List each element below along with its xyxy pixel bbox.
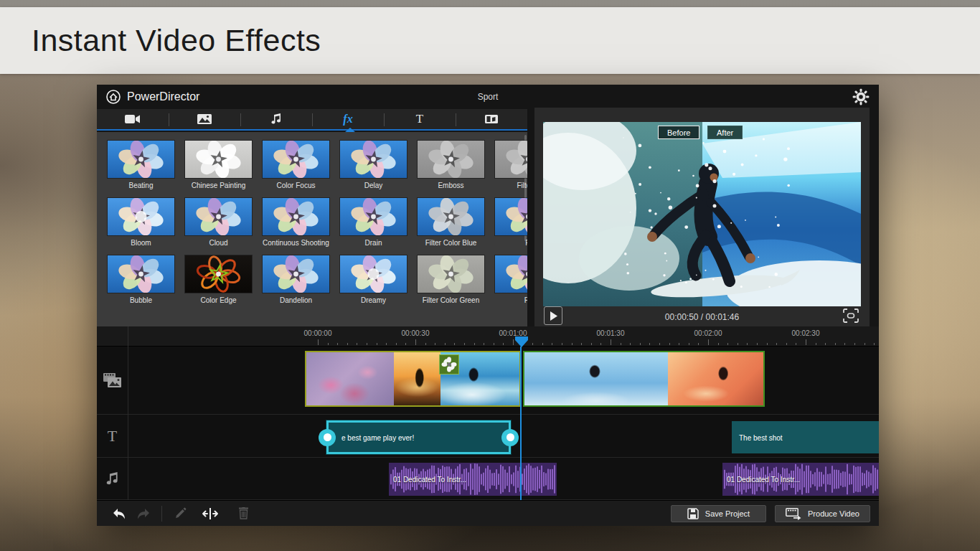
page-title: Instant Video Effects	[32, 23, 321, 58]
ruler-tick	[738, 343, 738, 345]
music-clip[interactable]: 01 Dedicated To Instr...	[389, 463, 557, 496]
effect-name: Dreamy	[340, 296, 407, 304]
playhead-line[interactable]	[520, 347, 522, 500]
effect-item[interactable]: Filter C	[495, 141, 527, 189]
music-clip[interactable]: 01 Dedicated To Instr...	[722, 463, 879, 496]
produce-video-button[interactable]: Produce Video	[775, 505, 870, 522]
effect-thumbnail	[185, 198, 252, 235]
effect-item[interactable]: Drain	[340, 198, 407, 247]
play-icon	[550, 311, 557, 321]
effect-name: Color Focus	[263, 182, 329, 189]
text-track-header[interactable]: T	[97, 415, 128, 457]
split-button[interactable]	[198, 504, 222, 523]
ruler-tick	[786, 343, 787, 345]
timeline-ruler[interactable]: 00:00:0000:00:3000:01:0000:01:3000:02:00…	[97, 326, 879, 347]
edit-button[interactable]	[168, 504, 192, 523]
effect-thumbnail	[495, 255, 527, 293]
tab-photos[interactable]	[169, 109, 240, 129]
effect-item[interactable]: Bubble	[108, 255, 174, 304]
effect-name: Bubble	[108, 296, 174, 304]
photo-icon	[197, 114, 212, 124]
effect-thumbnail	[418, 255, 484, 293]
effect-name: Filter Color Green	[418, 296, 484, 304]
tab-video[interactable]	[97, 109, 169, 129]
effect-item[interactable]: Delay	[340, 141, 407, 189]
applied-effect-badge[interactable]	[439, 354, 459, 375]
titlebar: PowerDirector Sport	[97, 85, 879, 109]
effect-item[interactable]: Chinese Painting	[185, 141, 252, 189]
music-track-header[interactable]	[97, 458, 128, 499]
effect-item[interactable]: Filter Color Green	[418, 255, 484, 304]
effect-item[interactable]: Bloom	[108, 198, 174, 247]
tab-titles[interactable]: T	[384, 109, 456, 129]
bottom-toolbar: Save Project Produce Video	[97, 500, 879, 526]
ruler-time-label: 00:02:30	[792, 329, 820, 337]
undo-icon	[112, 508, 126, 519]
produce-icon	[786, 508, 801, 520]
text-track: T e best game play ever! The best shot	[97, 415, 879, 458]
before-label: Before	[667, 128, 690, 137]
effect-item[interactable]: Dreamy	[340, 255, 407, 304]
ruler-tick	[640, 343, 641, 345]
effect-item[interactable]: Cloud	[185, 198, 252, 247]
save-project-button[interactable]: Save Project	[671, 505, 766, 522]
after-button[interactable]: After	[707, 126, 743, 139]
effect-item[interactable]: Fl	[495, 198, 527, 247]
effect-item[interactable]: Fir	[495, 255, 527, 304]
ruler-tick	[367, 343, 367, 345]
effect-item[interactable]: Dandelion	[263, 255, 329, 304]
settings-gear-icon[interactable]	[852, 88, 870, 106]
play-button[interactable]	[544, 306, 562, 325]
home-icon[interactable]	[105, 89, 121, 105]
effect-thumbnail	[108, 141, 174, 178]
effect-item[interactable]: Color Edge	[185, 255, 252, 304]
ruler-tick	[767, 343, 768, 345]
effect-item[interactable]: Continuous Shooting	[263, 198, 329, 247]
effect-thumbnail	[108, 198, 174, 235]
text-clip-label: The best shot	[739, 433, 783, 441]
music-track: 01 Dedicated To Instr... 01 Dedicated To…	[97, 458, 879, 500]
tab-clips[interactable]	[456, 109, 527, 129]
effect-name: Filter Color Blue	[418, 239, 484, 247]
ruler-tick	[854, 343, 855, 345]
undo-button[interactable]	[107, 504, 131, 523]
redo-button[interactable]	[131, 504, 156, 523]
ruler-tick	[435, 343, 435, 345]
ruler-tick	[328, 343, 329, 345]
tab-music[interactable]	[240, 109, 312, 129]
effect-thumbnail	[340, 141, 407, 178]
text-clip-selected[interactable]: e best game play ever!	[326, 420, 511, 454]
ruler-tick	[757, 343, 758, 345]
video-track-header[interactable]	[97, 347, 128, 414]
ruler-tick	[464, 343, 465, 345]
effect-thumbnail	[263, 255, 329, 293]
effect-thumbnail	[263, 141, 329, 178]
fullscreen-icon[interactable]	[843, 309, 859, 323]
playhead-handle[interactable]	[515, 336, 528, 340]
effect-thumbnail	[185, 141, 252, 178]
text-clip-label: e best game play ever!	[341, 433, 414, 441]
ruler-tick	[552, 343, 552, 345]
ruler-tick	[630, 343, 631, 345]
text-clip[interactable]: The best shot	[732, 421, 879, 453]
effect-item[interactable]: Filter Color Blue	[418, 198, 484, 247]
effect-name: Beating	[108, 182, 174, 189]
video-clip[interactable]	[523, 351, 765, 407]
effect-name: Cloud	[185, 239, 252, 247]
ruler-tick	[727, 343, 728, 345]
ruler-tick	[386, 343, 387, 345]
clip-frame-bmx	[524, 352, 668, 405]
video-clip[interactable]	[305, 351, 521, 407]
delete-button[interactable]	[231, 504, 255, 523]
ruler-tick	[562, 343, 562, 345]
before-button[interactable]: Before	[658, 126, 699, 139]
timeline-tracks: T e best game play ever! The best shot	[97, 347, 879, 500]
ruler-tick	[874, 343, 875, 345]
tab-effects[interactable]: fx	[312, 109, 384, 129]
playback-time: 00:00:50 / 00:01:46	[534, 312, 870, 322]
effect-item[interactable]: Beating	[108, 141, 174, 189]
trim-handle-right[interactable]	[501, 429, 519, 446]
effect-item[interactable]: Color Focus	[263, 141, 329, 189]
trim-handle-left[interactable]	[319, 429, 336, 446]
effect-item[interactable]: Emboss	[418, 141, 484, 189]
